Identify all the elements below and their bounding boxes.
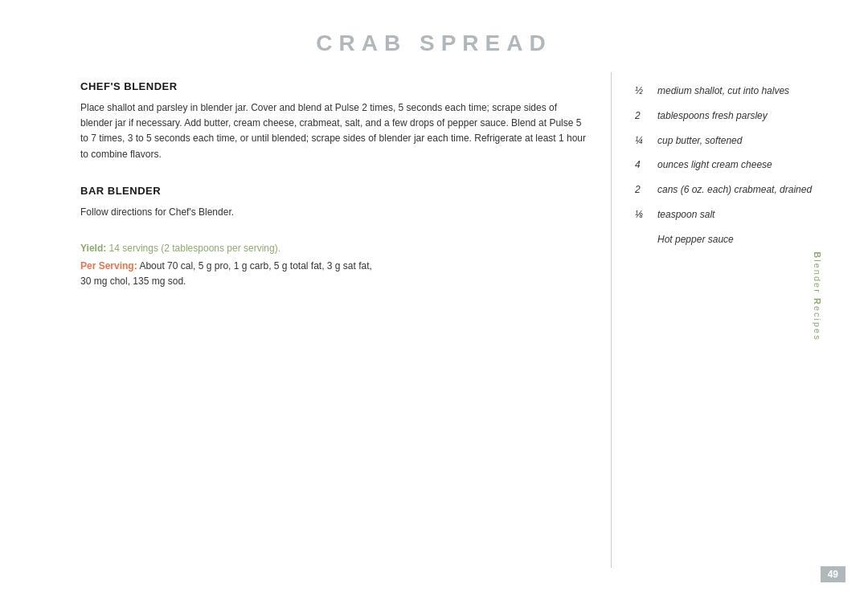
per-serving-label: Per Serving: <box>80 260 137 272</box>
page-container: CRAB SPREAD CHEF'S BLENDER Place shallot… <box>0 0 868 592</box>
left-content: CHEF'S BLENDER Place shallot and parsley… <box>80 80 587 289</box>
ingredient-row: ⅛teaspoon salt <box>635 208 832 222</box>
yield-text: 14 servings (2 tablespoons per serving). <box>106 243 280 254</box>
ingredient-qty: ¼ <box>635 134 653 148</box>
ingredient-row: ¼cup butter, softened <box>635 134 832 148</box>
ingredient-desc: ounces light cream cheese <box>657 158 772 172</box>
ingredient-qty: 2 <box>635 183 653 197</box>
side-label: Blender Recipes <box>812 251 821 341</box>
ingredients-list: ½medium shallot, cut into halves2tablesp… <box>635 84 832 258</box>
bar-blender-heading: BAR BLENDER <box>80 185 587 197</box>
ingredient-desc: teaspoon salt <box>657 208 714 222</box>
bar-blender-body: Follow directions for Chef's Blender. <box>80 205 587 220</box>
ingredient-desc: tablespoons fresh parsley <box>657 109 768 123</box>
yield-label: Yield: <box>80 243 106 254</box>
side-label-text: Blender Recipes <box>812 251 821 341</box>
ingredient-row: Hot pepper sauce <box>635 233 832 247</box>
ingredient-desc: Hot pepper sauce <box>657 233 734 247</box>
ingredient-row: 4ounces light cream cheese <box>635 158 832 172</box>
per-serving-line: Per Serving: About 70 cal, 5 g pro, 1 g … <box>80 259 587 289</box>
chefs-blender-section: CHEF'S BLENDER Place shallot and parsley… <box>80 80 587 162</box>
ingredient-qty: ⅛ <box>635 208 653 222</box>
ingredient-desc: medium shallot, cut into halves <box>657 84 789 98</box>
ingredient-desc: cans (6 oz. each) crabmeat, drained <box>657 183 812 197</box>
ingredient-qty: 2 <box>635 109 653 123</box>
ingredient-row: ½medium shallot, cut into halves <box>635 84 832 98</box>
vertical-divider <box>611 72 612 568</box>
bar-blender-section: BAR BLENDER Follow directions for Chef's… <box>80 185 587 220</box>
ingredient-row: 2tablespoons fresh parsley <box>635 109 832 123</box>
chefs-blender-body: Place shallot and parsley in blender jar… <box>80 100 587 162</box>
page-number: 49 <box>821 566 845 582</box>
ingredient-row: 2cans (6 oz. each) crabmeat, drained <box>635 183 832 197</box>
ingredient-desc: cup butter, softened <box>657 134 742 148</box>
ingredient-qty: 4 <box>635 158 653 172</box>
chefs-blender-heading: CHEF'S BLENDER <box>80 80 587 92</box>
page-title: CRAB SPREAD <box>0 0 868 56</box>
yield-line: Yield: 14 servings (2 tablespoons per se… <box>80 243 587 254</box>
ingredient-qty: ½ <box>635 84 653 98</box>
